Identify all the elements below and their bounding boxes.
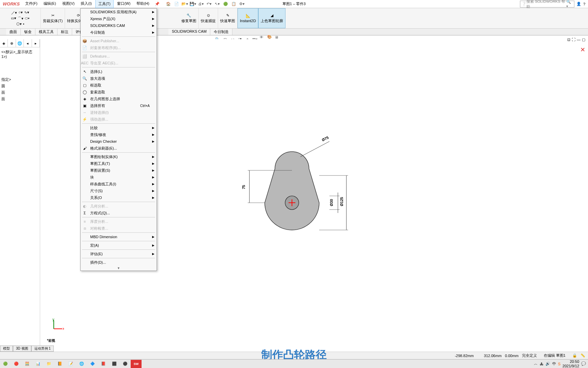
fm-tab-3[interactable]: 🌐 <box>16 39 24 47</box>
tray-vol-icon[interactable]: 🔊 <box>545 362 550 366</box>
menu-edit[interactable]: 编辑(E) <box>41 0 59 8</box>
point-tool-icon[interactable]: • <box>23 22 24 26</box>
rebuild-icon[interactable]: 🟢 <box>222 1 229 7</box>
menu-item[interactable]: 尺寸(S)▶ <box>81 187 157 194</box>
menu-item[interactable]: 插件(D)... <box>81 259 157 266</box>
fm-tab-2[interactable]: ⊕ <box>8 39 16 47</box>
menu-item[interactable]: 样条曲线工具(I)▶ <box>81 181 157 187</box>
menu-item[interactable]: MBD Dimension▶ <box>81 233 157 240</box>
search-dropdown-icon[interactable]: 🔍▾ <box>566 0 573 9</box>
tray-sogou-icon[interactable]: S <box>558 362 560 366</box>
menu-help[interactable]: 帮助(H) <box>134 0 152 8</box>
menu-item[interactable]: Design Checker▶ <box>81 138 157 145</box>
instant2d-button[interactable]: 📐 Instant2D <box>238 8 258 28</box>
pin-icon[interactable]: 📌 <box>155 2 160 6</box>
menu-item[interactable]: 草图绘制实体(K)▶ <box>81 153 157 160</box>
notepad-icon[interactable]: 📝 <box>65 360 76 368</box>
open-icon[interactable]: 📂▾ <box>181 1 188 7</box>
menu-item[interactable]: Xpress 产品(X)▶ <box>81 15 157 22</box>
rect-tool-icon[interactable]: ▭▾ <box>11 16 16 21</box>
tree-item-face2[interactable]: 面 <box>1 96 38 102</box>
menu-item[interactable]: ◈在几何图形上选择 <box>81 95 157 102</box>
repair-button[interactable]: 🔧 修复草图 <box>179 8 199 28</box>
sw-icon[interactable]: SW <box>131 360 142 368</box>
menu-item[interactable]: Σ方程式(Q)... <box>81 210 157 216</box>
tray-up-icon[interactable]: ︿ <box>534 361 538 366</box>
start-icon[interactable]: 🟢 <box>0 360 11 368</box>
task-3-icon[interactable]: 📊 <box>33 360 44 368</box>
snap-button[interactable]: ⊙ 快速捕捉 <box>199 8 218 28</box>
print-icon[interactable]: 🖨▾ <box>198 1 205 7</box>
btab-motion[interactable]: 运动算例 1 <box>31 346 54 352</box>
menu-item[interactable]: 🔍放大选项 <box>81 75 157 82</box>
exit-sketch-icon[interactable]: ✕ <box>580 46 585 53</box>
menu-item[interactable]: 🖌格式涂刷器(E)... <box>81 145 157 152</box>
options-icon[interactable]: 📋 <box>230 1 237 7</box>
line-tool-icon[interactable]: ／▾ <box>11 10 17 15</box>
tab-today[interactable]: 今日制造 <box>210 29 232 35</box>
ellipse-tool-icon[interactable]: ⬭▾ <box>25 16 30 21</box>
tab-surface[interactable]: 曲面 <box>6 29 21 35</box>
btab-3dview[interactable]: 3D 视图 <box>13 346 31 352</box>
status-unit-icon[interactable]: 📏 <box>581 353 585 358</box>
expand-icon[interactable]: ⛶ <box>572 37 575 42</box>
tree-item-circle[interactable]: 圆 <box>1 83 38 89</box>
trim-button[interactable]: ✂ 剪裁实体(T) <box>41 8 65 28</box>
fm-tab-1[interactable]: ◈ <box>0 39 8 47</box>
settings-icon[interactable]: ⚙▾ <box>239 1 245 7</box>
menu-item[interactable]: ↖选择(L) <box>81 68 157 75</box>
pdf-icon[interactable]: 📕 <box>98 360 109 368</box>
menu-item[interactable]: ▣选择所有Ctrl+A <box>81 102 157 109</box>
arc-tool-icon[interactable]: ⌒▾ <box>18 16 23 21</box>
shaded-contour-button[interactable]: ◢ 上色草图轮廓 <box>258 8 285 28</box>
maximize-icon[interactable]: ▢ <box>582 37 585 42</box>
display-state[interactable]: <<默认>_显示状态 1>) <box>1 49 38 59</box>
cmd-icon[interactable]: ⬛ <box>109 360 120 368</box>
home-icon[interactable]: 🏠 <box>165 1 172 7</box>
notification-icon[interactable]: 💬 <box>581 362 586 366</box>
menu-item[interactable]: ◯套索选取 <box>81 89 157 95</box>
save-icon[interactable]: 💾▾ <box>190 1 196 7</box>
menu-item[interactable]: 块▶ <box>81 174 157 181</box>
minimize-icon[interactable]: — <box>577 37 581 42</box>
tree-filter[interactable]: 指定> <box>1 76 38 83</box>
menu-item[interactable]: SOLIDWORKS CAM▶ <box>81 22 157 29</box>
new-icon[interactable]: 📄 <box>173 1 180 7</box>
polygon-tool-icon[interactable]: ⬡▾ <box>16 22 22 26</box>
menu-tools[interactable]: 工具(T) <box>95 0 114 8</box>
menu-insert[interactable]: 插入(I) <box>78 0 94 8</box>
tab-cam[interactable]: SOLIDWORKS CAM <box>168 29 210 35</box>
task-8-icon[interactable]: 🔷 <box>87 360 98 368</box>
tree-item-face1[interactable]: 面 <box>1 89 38 96</box>
menu-item[interactable]: 关系(O▶ <box>81 194 157 201</box>
explorer-icon[interactable]: 📁 <box>44 360 54 368</box>
search-input[interactable]: ❔ 搜索 SOLIDWORKS 帮助 🔍▾ <box>520 1 574 7</box>
menu-window[interactable]: 窗口(W) <box>114 0 133 8</box>
ppt-icon[interactable]: 📙 <box>54 360 65 368</box>
undo-icon[interactable]: ↶▾ <box>206 1 213 7</box>
menu-file[interactable]: 文件(F) <box>22 0 40 8</box>
menu-item[interactable]: 查找/修改▶ <box>81 131 157 138</box>
calc-icon[interactable]: 🧮 <box>22 360 33 368</box>
tray-net-icon[interactable]: 🖧 <box>540 362 543 366</box>
user-icon[interactable]: 👤 <box>576 2 581 6</box>
menu-view[interactable]: 视图(V) <box>60 0 78 8</box>
menu-item[interactable]: 评估(E)▶ <box>81 250 157 257</box>
tray-ime-icon[interactable]: 中 <box>552 361 556 366</box>
fm-tab-next[interactable]: ▸ <box>32 39 40 47</box>
obs-icon[interactable]: ⚫ <box>120 360 131 368</box>
edge-icon[interactable]: 🌐 <box>76 360 87 368</box>
circle-tool-icon[interactable]: ○▾ <box>18 10 23 15</box>
normal-to-icon[interactable]: ⊡ <box>567 37 570 42</box>
menu-item[interactable]: 宏(A)▶ <box>81 242 157 249</box>
fm-tab-prev[interactable]: ◂ <box>24 39 32 47</box>
menu-item[interactable]: 今日制造▶ <box>81 29 157 36</box>
tab-annotate[interactable]: 标注 <box>58 29 72 35</box>
menu-item[interactable]: ▢框选取 <box>81 82 157 89</box>
status-lock-icon[interactable]: 🔒 <box>572 353 577 358</box>
quick-sketch-button[interactable]: ✎ 快速草图 <box>218 8 238 28</box>
help-button[interactable]: ? <box>583 2 585 6</box>
menu-item[interactable]: 草图设置(S)▶ <box>81 167 157 174</box>
clock[interactable]: 20:50 2021/9/12 <box>562 359 579 368</box>
tab-sheetmetal[interactable]: 钣金 <box>21 29 35 35</box>
